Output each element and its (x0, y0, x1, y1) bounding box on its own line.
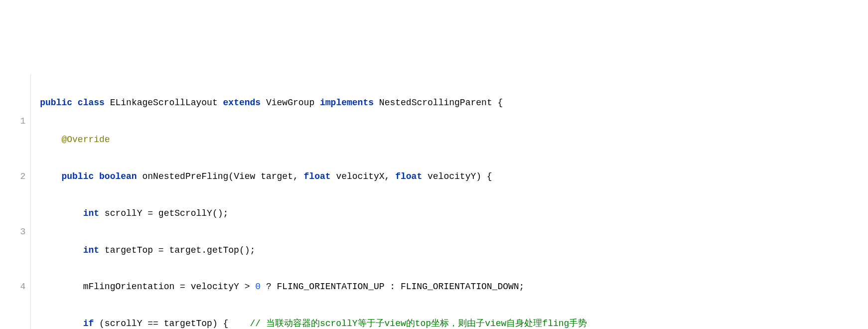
code-viewer: 1 2 3 4 5 6 7 8 9 10 11 12 13 14 15 16 p… (0, 74, 868, 329)
keyword-implements: implements (320, 98, 374, 108)
line-number: 1 (4, 112, 25, 131)
keyword-boolean: boolean (99, 171, 137, 181)
statement: mFlingOrientation = velocityY > (83, 282, 256, 292)
condition: (scrollY == targetTop) { (94, 319, 250, 329)
comment: // 当联动容器的scrollY等于子view的top坐标，则由子view自身处… (250, 319, 587, 329)
keyword-public: public (40, 98, 72, 108)
code-line: int targetTop = target.getTop(); (40, 241, 868, 260)
annotation-override: @Override (61, 135, 110, 145)
code-line: @Override (40, 131, 868, 149)
params: (View target, (228, 171, 303, 181)
method-name: onNestedPreFling (143, 171, 229, 181)
brace-open: { (492, 98, 503, 108)
keyword-float: float (395, 171, 422, 181)
code-line: int scrollY = getScrollY(); (40, 204, 868, 223)
params: velocityY) { (422, 171, 492, 181)
code-line: if (scrollY == targetTop) { // 当联动容器的scr… (40, 315, 868, 329)
line-number: 3 (4, 223, 25, 241)
statement: ? FLING_ORIENTATION_UP : FLING_ORIENTATI… (261, 282, 524, 292)
superclass: ViewGroup (266, 98, 314, 108)
code-line: mFlingOrientation = velocityY > 0 ? FLIN… (40, 278, 868, 296)
number-literal: 0 (255, 282, 261, 292)
statement: scrollY = getScrollY(); (99, 208, 228, 218)
code-line: public boolean onNestedPreFling(View tar… (40, 167, 868, 186)
keyword-int: int (83, 245, 99, 255)
interface-name: NestedScrollingParent (379, 98, 492, 108)
code-line: public class ELinkageScrollLayout extend… (40, 94, 868, 112)
params: velocityX, (331, 171, 396, 181)
keyword-int: int (83, 208, 99, 218)
class-name: ELinkageScrollLayout (110, 98, 218, 108)
keyword-extends: extends (223, 98, 261, 108)
line-number: 2 (4, 167, 25, 186)
statement: targetTop = target.getTop(); (99, 245, 255, 255)
line-number: 4 (4, 278, 25, 296)
keyword-if: if (83, 319, 94, 329)
keyword-public: public (61, 171, 94, 181)
keyword-class: class (78, 98, 105, 108)
code-area[interactable]: public class ELinkageScrollLayout extend… (31, 74, 868, 329)
line-number-gutter: 1 2 3 4 5 6 7 8 9 10 11 12 13 14 15 16 (0, 74, 31, 329)
keyword-float: float (304, 171, 331, 181)
